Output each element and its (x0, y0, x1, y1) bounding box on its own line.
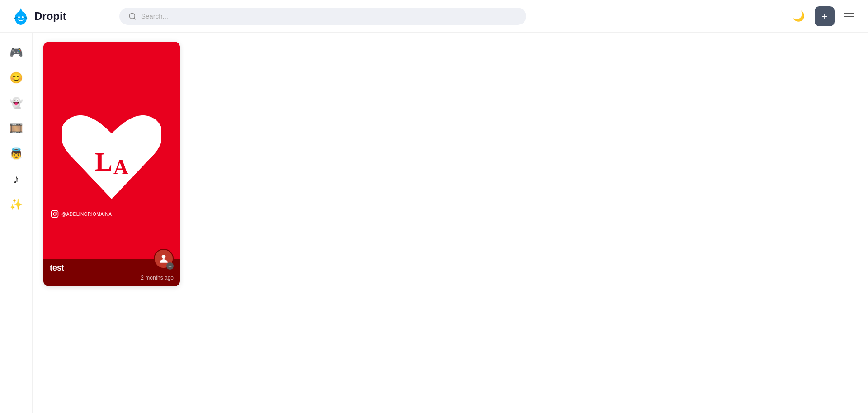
instagram-icon (51, 210, 59, 218)
menu-line-2 (844, 16, 854, 17)
heart-letter-A: A (113, 157, 128, 178)
logo-area: Dropit (11, 6, 101, 26)
svg-point-11 (162, 255, 166, 259)
sparkle-icon: ✨ (9, 198, 23, 211)
film-icon: 🎞️ (9, 122, 23, 135)
search-icon (128, 12, 137, 20)
main-content: @ADELINORIOMAINA L A (33, 33, 868, 413)
card-footer: − test 2 months ago (43, 259, 180, 286)
search-container (119, 8, 526, 25)
emoji-icon: 😊 (9, 71, 23, 84)
card-title: test (50, 263, 174, 273)
moon-icon: 🌙 (793, 10, 805, 22)
dark-mode-button[interactable]: 🌙 (790, 8, 807, 25)
add-button[interactable]: + (815, 6, 835, 26)
user-menu-button[interactable] (842, 10, 857, 22)
svg-point-2 (18, 16, 20, 18)
heart-text: L A (95, 149, 128, 175)
sidebar-item-ghost[interactable]: 👻 (5, 92, 27, 114)
music-icon: ♪ (13, 172, 19, 186)
heart-graphic: L A (62, 115, 161, 212)
plus-icon: + (821, 10, 828, 23)
card-avatar: − (154, 249, 174, 269)
dropit-logo-icon (11, 6, 31, 26)
card-timestamp: 2 months ago (50, 275, 174, 281)
heart-letter-L: L (95, 149, 113, 175)
svg-line-7 (134, 18, 135, 19)
search-input[interactable] (141, 12, 517, 20)
card-image: @ADELINORIOMAINA L A (43, 42, 180, 259)
sidebar: 🎮 😊 👻 🎞️ 👼 ♪ ✨ (0, 33, 33, 413)
avatar-minus-badge: − (166, 262, 174, 270)
menu-line-3 (844, 19, 854, 19)
svg-point-3 (22, 16, 24, 18)
svg-rect-8 (52, 211, 58, 218)
svg-point-10 (56, 212, 57, 213)
minus-icon: − (168, 263, 172, 269)
search-bar (119, 8, 526, 25)
menu-line-1 (844, 13, 854, 14)
gaming-icon: 🎮 (9, 46, 23, 59)
sidebar-item-sparkle[interactable]: ✨ (5, 194, 27, 215)
ghost-icon: 👻 (9, 97, 23, 109)
card-grid: @ADELINORIOMAINA L A (43, 42, 857, 286)
sidebar-item-gaming[interactable]: 🎮 (5, 42, 27, 63)
sidebar-item-music[interactable]: ♪ (5, 168, 27, 190)
angel-icon: 👼 (9, 147, 23, 160)
sidebar-item-emoji[interactable]: 😊 (5, 67, 27, 89)
header-actions: 🌙 + (790, 6, 857, 26)
sidebar-item-angel[interactable]: 👼 (5, 143, 27, 165)
sidebar-item-film[interactable]: 🎞️ (5, 118, 27, 139)
instagram-handle: @ADELINORIOMAINA (61, 212, 112, 217)
svg-point-9 (53, 213, 56, 215)
card-item[interactable]: @ADELINORIOMAINA L A (43, 42, 180, 286)
logo-text: Dropit (34, 10, 66, 23)
app-header: Dropit 🌙 + (0, 0, 868, 33)
